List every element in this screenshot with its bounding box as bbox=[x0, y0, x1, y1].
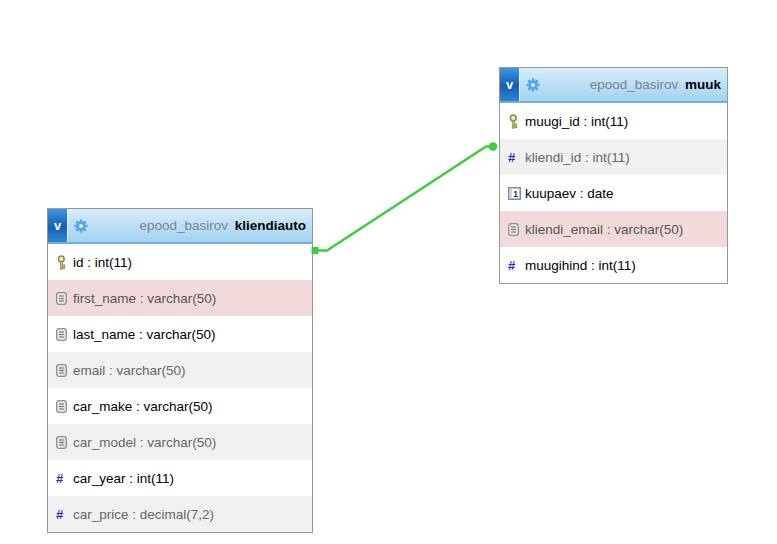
column-type: date bbox=[587, 186, 613, 201]
numeric-field-icon: # bbox=[56, 472, 73, 485]
column-row[interactable]: first_name : varchar(50) bbox=[48, 280, 312, 316]
table-name: kliendiauto bbox=[235, 218, 306, 233]
column-separator: : bbox=[580, 114, 591, 129]
column-type: varchar(50) bbox=[147, 327, 216, 342]
text-field-icon bbox=[56, 292, 73, 305]
column-separator: : bbox=[576, 186, 587, 201]
column-name: car_price bbox=[73, 507, 129, 522]
column-separator: : bbox=[587, 258, 598, 273]
column-name: car_model bbox=[73, 435, 136, 450]
column-type: int(11) bbox=[95, 255, 132, 270]
column-name: kliendi_email bbox=[525, 222, 603, 237]
table-muuk[interactable]: v epood_basirov muuk bbox=[499, 67, 728, 284]
column-separator: : bbox=[126, 471, 137, 486]
column-name: kuupaev bbox=[525, 186, 576, 201]
column-name: last_name bbox=[73, 327, 135, 342]
numeric-field-icon: # bbox=[508, 151, 525, 164]
date-field-icon: 1 bbox=[508, 187, 525, 200]
column-separator: : bbox=[603, 222, 614, 237]
designer-canvas[interactable]: v epood_basirov kliendiauto bbox=[0, 0, 777, 544]
collapse-v-icon: v bbox=[54, 218, 61, 233]
column-row[interactable]: id : int(11) bbox=[48, 244, 312, 280]
table-header[interactable]: v epood_basirov muuk bbox=[500, 68, 727, 103]
column-type: int(11) bbox=[599, 258, 636, 273]
collapse-v-icon: v bbox=[506, 77, 513, 92]
column-separator: : bbox=[84, 255, 95, 270]
column-type: varchar(50) bbox=[117, 363, 186, 378]
text-field-icon bbox=[56, 400, 73, 413]
table-body: id : int(11) first_name : varchar(50) la… bbox=[48, 244, 312, 532]
gear-icon[interactable] bbox=[525, 77, 541, 93]
column-type: int(11) bbox=[137, 471, 174, 486]
table-kliendiauto[interactable]: v epood_basirov kliendiauto bbox=[47, 208, 313, 533]
column-row[interactable]: last_name : varchar(50) bbox=[48, 316, 312, 352]
numeric-field-icon: # bbox=[56, 508, 73, 521]
column-row[interactable]: 1 kuupaev : date bbox=[500, 175, 727, 211]
table-collapse-button[interactable]: v bbox=[500, 68, 520, 101]
column-row[interactable]: # car_price : decimal(7,2) bbox=[48, 496, 312, 532]
schema-name: epood_basirov bbox=[139, 218, 228, 233]
column-row[interactable]: # car_year : int(11) bbox=[48, 460, 312, 496]
column-row[interactable]: car_make : varchar(50) bbox=[48, 388, 312, 424]
column-name: car_year bbox=[73, 471, 126, 486]
column-name: first_name bbox=[73, 291, 136, 306]
gear-icon[interactable] bbox=[73, 218, 89, 234]
column-type: decimal(7,2) bbox=[140, 507, 214, 522]
column-row[interactable]: kliendi_email : varchar(50) bbox=[500, 211, 727, 247]
column-name: muugihind bbox=[525, 258, 587, 273]
column-name: kliendi_id bbox=[525, 150, 581, 165]
column-separator: : bbox=[105, 363, 116, 378]
column-separator: : bbox=[581, 150, 592, 165]
table-name: muuk bbox=[685, 77, 721, 92]
column-row[interactable]: # muugihind : int(11) bbox=[500, 247, 727, 283]
table-title: epood_basirov kliendiauto bbox=[89, 218, 312, 233]
column-type: varchar(50) bbox=[147, 291, 216, 306]
column-type: varchar(50) bbox=[614, 222, 683, 237]
column-type: int(11) bbox=[593, 150, 630, 165]
column-separator: : bbox=[136, 291, 147, 306]
column-name: car_make bbox=[73, 399, 132, 414]
text-field-icon bbox=[56, 328, 73, 341]
column-separator: : bbox=[136, 435, 147, 450]
column-separator: : bbox=[129, 507, 140, 522]
column-separator: : bbox=[132, 399, 143, 414]
column-type: varchar(50) bbox=[144, 399, 213, 414]
text-field-icon bbox=[56, 364, 73, 377]
schema-name: epood_basirov bbox=[590, 77, 679, 92]
column-name: muugi_id bbox=[525, 114, 580, 129]
column-row[interactable]: muugi_id : int(11) bbox=[500, 103, 727, 139]
numeric-field-icon: # bbox=[508, 259, 525, 272]
text-field-icon bbox=[508, 223, 525, 236]
column-row[interactable]: email : varchar(50) bbox=[48, 352, 312, 388]
table-header[interactable]: v epood_basirov kliendiauto bbox=[48, 209, 312, 244]
primary-key-icon bbox=[508, 114, 525, 129]
table-body: muugi_id : int(11) # kliendi_id : int(11… bbox=[500, 103, 727, 283]
text-field-icon bbox=[56, 436, 73, 449]
svg-text:1: 1 bbox=[513, 189, 518, 199]
primary-key-icon bbox=[56, 255, 73, 270]
column-separator: : bbox=[135, 327, 146, 342]
column-type: varchar(50) bbox=[147, 435, 216, 450]
column-type: int(11) bbox=[591, 114, 628, 129]
column-row[interactable]: # kliendi_id : int(11) bbox=[500, 139, 727, 175]
relation-path[interactable] bbox=[315, 147, 492, 251]
relation-end-marker bbox=[489, 142, 498, 151]
column-name: id bbox=[73, 255, 84, 270]
table-collapse-button[interactable]: v bbox=[48, 209, 68, 242]
column-name: email bbox=[73, 363, 105, 378]
column-row[interactable]: car_model : varchar(50) bbox=[48, 424, 312, 460]
table-title: epood_basirov muuk bbox=[541, 77, 727, 92]
